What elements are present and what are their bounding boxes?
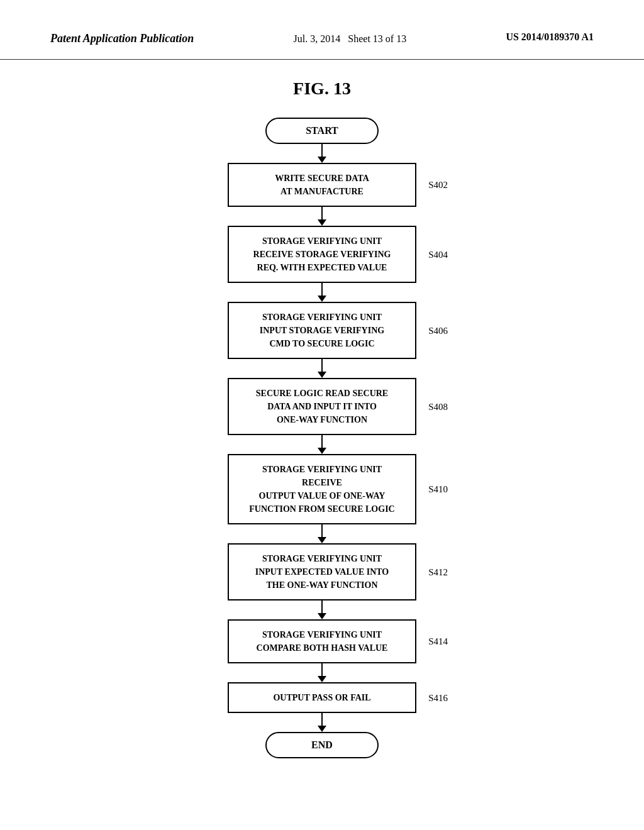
step-s404-wrapper: STORAGE VERIFYING UNITRECEIVE STORAGE VE… [196, 226, 448, 283]
patent-page: Patent Application Publication Jul. 3, 2… [0, 0, 644, 830]
header-date-sheet: Jul. 3, 2014 Sheet 13 of 13 [294, 31, 407, 47]
step-s410-wrapper: STORAGE VERIFYING UNIT RECEIVEOUTPUT VAL… [196, 454, 448, 524]
step-s416-box: OUTPUT PASS OR FAIL [228, 682, 416, 713]
step-s410-label: S410 [428, 484, 448, 495]
step-s416-label: S416 [428, 692, 448, 703]
arrow-s414-to-s416 [318, 663, 326, 682]
step-s404-box: STORAGE VERIFYING UNITRECEIVE STORAGE VE… [228, 226, 416, 283]
flowchart: START WRITE SECURE DATAAT MANUFACTURE S4… [50, 118, 594, 758]
arrow-s402-to-s404 [318, 207, 326, 226]
start-terminal: START [265, 118, 379, 144]
figure-title: FIG. 13 [293, 79, 351, 99]
step-s406-label: S406 [428, 325, 448, 336]
step-s414-box: STORAGE VERIFYING UNITCOMPARE BOTH HASH … [228, 619, 416, 663]
step-s412-wrapper: STORAGE VERIFYING UNITINPUT EXPECTED VAL… [196, 543, 448, 600]
arrow-s416-to-end [318, 713, 326, 732]
arrow-s408-to-s410 [318, 435, 326, 454]
sheet-info: Sheet 13 of 13 [348, 33, 406, 44]
step-s406-wrapper: STORAGE VERIFYING UNITINPUT STORAGE VERI… [196, 302, 448, 359]
step-s410-box: STORAGE VERIFYING UNIT RECEIVEOUTPUT VAL… [228, 454, 416, 524]
arrow-s404-to-s406 [318, 283, 326, 302]
end-terminal: END [265, 732, 379, 758]
step-s412-label: S412 [428, 567, 448, 577]
patent-number: US 2014/0189370 A1 [506, 31, 594, 43]
arrow-s410-to-s412 [318, 524, 326, 543]
publication-date: Jul. 3, 2014 [294, 33, 341, 44]
step-s408-label: S408 [428, 401, 448, 412]
step-s402-box: WRITE SECURE DATAAT MANUFACTURE [228, 163, 416, 207]
publication-title: Patent Application Publication [50, 31, 194, 46]
step-s404-label: S404 [428, 249, 448, 260]
step-s408-wrapper: SECURE LOGIC READ SECUREDATA AND INPUT I… [196, 378, 448, 435]
step-s412-box: STORAGE VERIFYING UNITINPUT EXPECTED VAL… [228, 543, 416, 600]
step-s402-wrapper: WRITE SECURE DATAAT MANUFACTURE S402 [196, 163, 448, 207]
arrow-start-to-s402 [318, 144, 326, 163]
main-content: FIG. 13 START WRITE SECURE DATAAT MANUFA… [0, 60, 644, 783]
step-s416-wrapper: OUTPUT PASS OR FAIL S416 [196, 682, 448, 713]
step-s408-box: SECURE LOGIC READ SECUREDATA AND INPUT I… [228, 378, 416, 435]
step-s414-label: S414 [428, 636, 448, 647]
page-header: Patent Application Publication Jul. 3, 2… [0, 0, 644, 60]
arrow-s406-to-s408 [318, 359, 326, 378]
step-s406-box: STORAGE VERIFYING UNITINPUT STORAGE VERI… [228, 302, 416, 359]
step-s414-wrapper: STORAGE VERIFYING UNITCOMPARE BOTH HASH … [196, 619, 448, 663]
arrow-s412-to-s414 [318, 600, 326, 619]
step-s402-label: S402 [428, 180, 448, 191]
